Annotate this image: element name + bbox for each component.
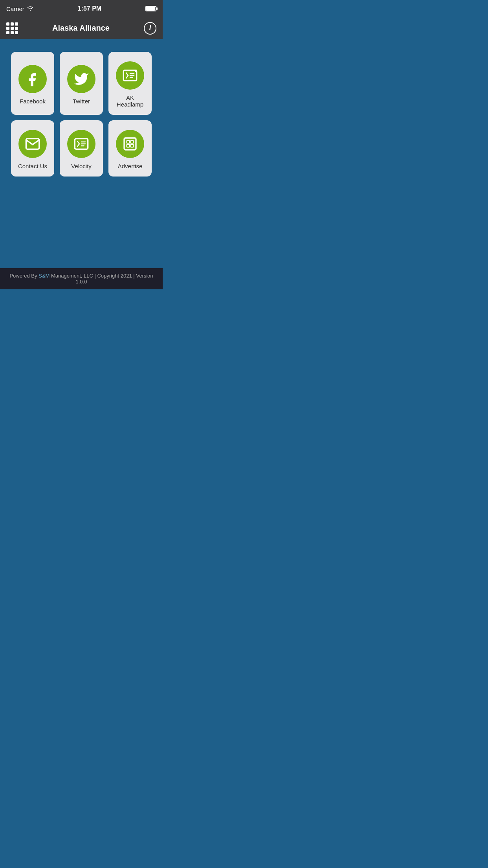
status-bar: Carrier 1:57 PM	[0, 0, 163, 17]
tile-twitter-label: Twitter	[73, 98, 90, 105]
tile-contact-us-label: Contact Us	[18, 163, 47, 169]
grid-menu-icon[interactable]	[6, 22, 18, 34]
contact-icon	[25, 136, 40, 152]
status-bar-right	[145, 6, 156, 11]
tile-twitter[interactable]: Twitter	[60, 52, 103, 115]
wifi-icon	[27, 6, 34, 12]
facebook-icon	[25, 71, 40, 87]
tile-ak-headlamp-label: AK Headlamp	[113, 94, 147, 108]
status-bar-left: Carrier	[6, 6, 34, 12]
ak-headlamp-icon	[122, 68, 138, 83]
footer: Powered By S&M Management, LLC | Copyrig…	[0, 268, 163, 289]
velocity-icon	[73, 136, 89, 152]
tiles-grid: Facebook Twitter	[11, 52, 152, 177]
svg-rect-11	[127, 145, 130, 147]
tile-ak-headlamp[interactable]: AK Headlamp	[108, 52, 152, 115]
battery-icon	[145, 6, 156, 11]
advertise-icon	[122, 136, 138, 152]
tile-facebook[interactable]: Facebook	[11, 52, 54, 115]
main-content: Facebook Twitter	[0, 39, 163, 268]
svg-rect-9	[127, 141, 130, 143]
tile-advertise-label: Advertise	[118, 163, 143, 169]
svg-rect-8	[124, 138, 136, 150]
velocity-icon-circle	[67, 130, 95, 158]
carrier-label: Carrier	[6, 6, 24, 12]
tile-velocity-label: Velocity	[71, 163, 92, 169]
footer-text: Powered By S&M Management, LLC | Copyrig…	[9, 273, 153, 285]
twitter-icon	[73, 71, 89, 87]
svg-rect-12	[131, 145, 134, 147]
tile-advertise[interactable]: Advertise	[108, 120, 152, 177]
facebook-icon-circle	[18, 65, 47, 93]
tile-contact-us[interactable]: Contact Us	[11, 120, 54, 177]
ak-headlamp-icon-circle	[116, 61, 144, 90]
tile-facebook-label: Facebook	[20, 98, 46, 105]
advertise-icon-circle	[116, 130, 144, 158]
app-title: Alaska Alliance	[52, 24, 110, 33]
app-header: Alaska Alliance i	[0, 17, 163, 39]
status-bar-time: 1:57 PM	[78, 5, 101, 12]
info-icon-button[interactable]: i	[144, 22, 156, 35]
tile-velocity[interactable]: Velocity	[60, 120, 103, 177]
twitter-icon-circle	[67, 65, 95, 93]
svg-rect-10	[131, 141, 134, 143]
contact-icon-circle	[18, 130, 47, 158]
